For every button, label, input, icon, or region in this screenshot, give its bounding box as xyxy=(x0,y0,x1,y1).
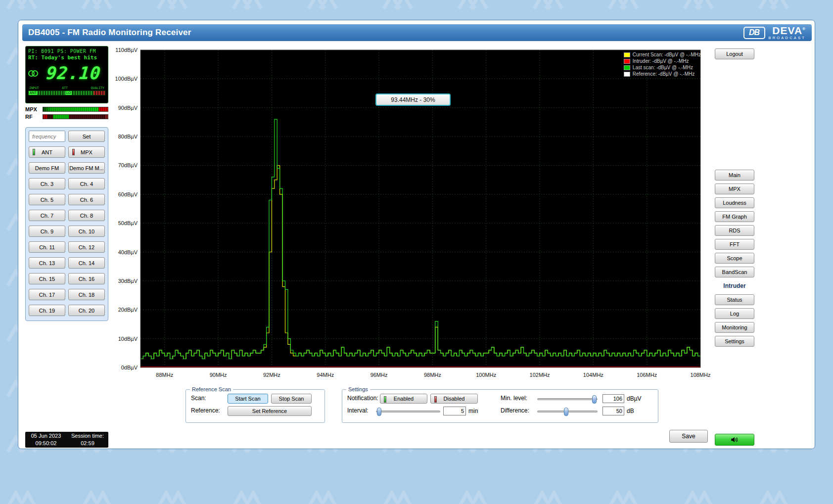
min-level-slider[interactable] xyxy=(537,398,598,400)
settings-group: Settings Notification: Enabled Disabled … xyxy=(342,386,658,423)
lcd-lo-badge: LO xyxy=(65,91,72,95)
preset-button-ch-18[interactable]: Ch. 18 xyxy=(68,289,105,300)
legend-item-reference: Reference: -dBµV @ -.-MHz xyxy=(624,71,701,77)
preset-button-demo-fm-m[interactable]: Demo FM M... xyxy=(68,162,105,174)
preset-button-ch-7[interactable]: Ch. 7 xyxy=(29,210,65,221)
clock-panel: 05 Jun 2023 09:50:02 Session time: 02:59 xyxy=(25,432,108,448)
nav-tab-fft[interactable]: FFT xyxy=(715,239,754,250)
svg-text:102MHz: 102MHz xyxy=(530,372,550,378)
legend-swatch xyxy=(624,65,630,70)
preset-button-ch-11[interactable]: Ch. 11 xyxy=(29,241,65,253)
save-button[interactable]: Save xyxy=(669,430,708,443)
preset-button-ch-6[interactable]: Ch. 6 xyxy=(68,194,105,205)
preset-button-ch-19[interactable]: Ch. 19 xyxy=(29,305,65,316)
nav-tab-mpx[interactable]: MPX xyxy=(715,183,754,194)
preset-button-ch-14[interactable]: Ch. 14 xyxy=(68,257,105,269)
lcd-display: PI: 8091 PS: POWER FM RT: Today's best h… xyxy=(25,46,108,103)
notification-label: Notification: xyxy=(347,395,378,402)
min-level-slider-thumb[interactable] xyxy=(592,395,597,404)
preset-button-ch-8[interactable]: Ch. 8 xyxy=(68,210,105,221)
enabled-led xyxy=(384,396,386,403)
rf-meter xyxy=(43,114,108,119)
preset-button-ch-10[interactable]: Ch. 10 xyxy=(68,226,105,237)
mpx-led xyxy=(72,149,75,155)
nav-tab-monitoring[interactable]: Monitoring xyxy=(715,322,754,333)
difference-slider[interactable] xyxy=(537,411,598,412)
ant-button[interactable]: ANT xyxy=(29,146,65,158)
scan-label: Scan: xyxy=(191,395,206,402)
nav-tab-scope[interactable]: Scope xyxy=(715,253,754,264)
logout-button[interactable]: Logout xyxy=(715,48,754,59)
speaker-icon xyxy=(730,436,739,444)
svg-text:96MHz: 96MHz xyxy=(370,372,388,378)
interval-slider-thumb[interactable] xyxy=(377,408,381,416)
preset-button-ch-5[interactable]: Ch. 5 xyxy=(29,194,65,205)
preset-button-ch-3[interactable]: Ch. 3 xyxy=(29,178,65,189)
deva-logo: DB DEVA® BROADCAST xyxy=(743,25,806,40)
min-level-unit: dBµV xyxy=(627,395,642,402)
nav-tab-settings[interactable]: Settings xyxy=(715,336,754,347)
svg-text:98MHz: 98MHz xyxy=(424,372,441,378)
lcd-input-label: INPUT xyxy=(29,86,39,90)
bandscan-chart[interactable]: 0dBµV10dBµV20dBµV30dBµV40dBµV50dBµV60dBµ… xyxy=(113,46,712,382)
start-scan-button[interactable]: Start Scan xyxy=(228,394,268,404)
nav-tab-rds[interactable]: RDS xyxy=(715,225,754,236)
nav-tab-fm-graph[interactable]: FM Graph xyxy=(715,211,754,222)
reference-label: Reference: xyxy=(191,407,220,414)
frequency-input[interactable] xyxy=(29,131,65,142)
set-reference-button[interactable]: Set Reference xyxy=(228,406,312,416)
chart-tooltip: 93.44MHz - 30% xyxy=(375,93,451,106)
date: 05 Jun 2023 xyxy=(25,432,67,440)
preset-button-ch-13[interactable]: Ch. 13 xyxy=(29,257,65,269)
chart-legend: Current Scan: -dBµV @ -.-MHzIntruder: -d… xyxy=(624,52,701,77)
audio-button[interactable] xyxy=(715,434,754,446)
nav-tab-bandscan[interactable]: BandScan xyxy=(715,267,754,277)
lcd-pi-ps: PI: 8091 PS: POWER FM xyxy=(28,48,105,54)
interval-slider[interactable] xyxy=(376,411,440,412)
preset-button-ch-4[interactable]: Ch. 4 xyxy=(68,178,105,189)
svg-text:90dBµV: 90dBµV xyxy=(118,105,138,111)
svg-text:30dBµV: 30dBµV xyxy=(118,278,138,284)
nav-tab-main[interactable]: Main xyxy=(715,170,754,181)
lcd-ant-badge: ANT xyxy=(29,91,38,95)
svg-text:110dBµV: 110dBµV xyxy=(115,47,138,53)
min-level-label: Min. level: xyxy=(501,395,527,402)
set-button[interactable]: Set xyxy=(68,131,105,142)
svg-text:100MHz: 100MHz xyxy=(476,372,496,378)
nav-tab-loudness[interactable]: Loudness xyxy=(715,197,754,208)
preset-button-ch-16[interactable]: Ch. 16 xyxy=(68,273,105,284)
notification-enabled-button[interactable]: Enabled xyxy=(380,394,427,404)
nav-tab-intruder[interactable]: Intruder xyxy=(715,280,754,291)
svg-text:20dBµV: 20dBµV xyxy=(118,307,138,313)
svg-text:60dBµV: 60dBµV xyxy=(118,191,138,197)
preset-button-ch-9[interactable]: Ch. 9 xyxy=(29,226,65,237)
lcd-rt-label: RT: xyxy=(28,54,38,61)
interval-input[interactable] xyxy=(443,407,466,415)
preset-button-ch-17[interactable]: Ch. 17 xyxy=(29,289,65,300)
registered-mark: ® xyxy=(802,27,806,31)
min-level-input[interactable] xyxy=(602,394,624,403)
svg-text:108MHz: 108MHz xyxy=(691,372,711,378)
lcd-rt-text: Today's best hits xyxy=(42,54,97,61)
svg-text:10dBµV: 10dBµV xyxy=(118,336,138,342)
nav-tab-log[interactable]: Log xyxy=(715,308,754,319)
svg-text:40dBµV: 40dBµV xyxy=(118,249,138,255)
svg-text:92MHz: 92MHz xyxy=(263,372,280,378)
difference-input[interactable] xyxy=(602,407,624,415)
difference-slider-thumb[interactable] xyxy=(564,408,568,416)
svg-text:50dBµV: 50dBµV xyxy=(118,220,138,226)
svg-text:104MHz: 104MHz xyxy=(583,372,603,378)
notification-disabled-button[interactable]: Disabled xyxy=(430,394,478,404)
preset-button-ch-12[interactable]: Ch. 12 xyxy=(68,241,105,253)
preset-button-ch-20[interactable]: Ch. 20 xyxy=(68,305,105,316)
preset-button-demo-fm[interactable]: Demo FM xyxy=(29,162,65,174)
preset-button-ch-15[interactable]: Ch. 15 xyxy=(29,273,65,284)
reference-scan-legend: Reference Scan xyxy=(190,386,233,392)
stop-scan-button[interactable]: Stop Scan xyxy=(271,394,312,404)
deva-logo-mark-icon: DB xyxy=(743,27,765,39)
tuner-panel: Set ANT MPX Demo FMDemo FM M...Ch. 3Ch. … xyxy=(25,127,108,321)
mpx-button[interactable]: MPX xyxy=(68,146,105,158)
lcd-signal-bar: ANT LO xyxy=(28,91,105,95)
time: 09:50:02 xyxy=(25,440,67,447)
nav-tab-status[interactable]: Status xyxy=(715,294,754,305)
